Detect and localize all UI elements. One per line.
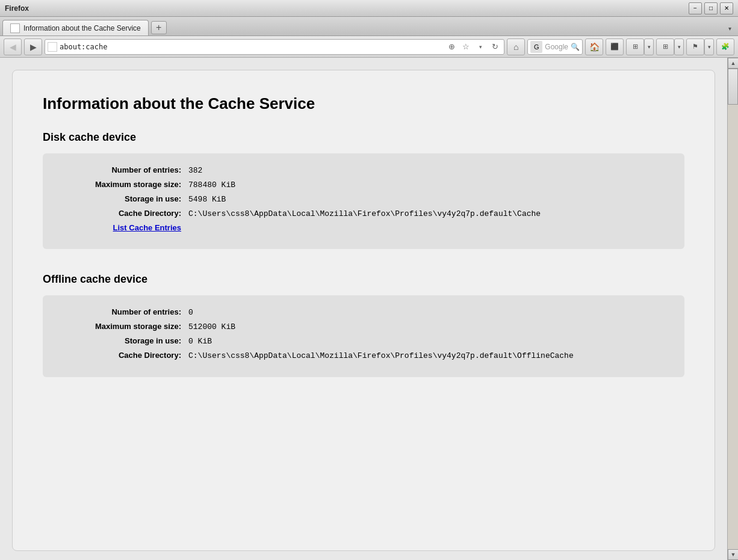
offline-cache-dir-row: Cache Directory: C:\Users\css8\AppData\L…	[61, 351, 666, 360]
tab-dropdown-icon[interactable]: ▾	[724, 22, 736, 34]
offline-max-storage-value: 512000 KiB	[188, 322, 235, 331]
scrollbar[interactable]: ▲ ▼	[727, 58, 738, 560]
toolbar-group-1: ⬛	[606, 38, 624, 55]
disk-max-storage-row: Maximum storage size: 788480 KiB	[61, 180, 666, 189]
mosaic-dropdown-icon[interactable]: ▾	[674, 38, 684, 55]
scrollbar-track[interactable]	[728, 69, 738, 549]
rss-icon[interactable]: ⊕	[445, 40, 458, 54]
home-button[interactable]: ⌂	[507, 38, 525, 55]
toolbar-right: 🏠 ⬛ ⊞ ▾ ⊞ ▾ ⚑ ▾ 🧩	[585, 38, 734, 55]
new-tab-button[interactable]: +	[151, 21, 167, 34]
page-content: Information about the Cache Service Disk…	[12, 70, 715, 551]
title-bar-controls: − □ ✕	[689, 2, 733, 14]
search-submit-icon[interactable]: 🔍	[571, 43, 580, 51]
close-button[interactable]: ✕	[720, 2, 733, 14]
offline-cache-section: Offline cache device Number of entries: …	[43, 273, 684, 377]
scroll-up-button[interactable]: ▲	[728, 58, 738, 69]
offline-storage-use-row: Storage in use: 0 KiB	[61, 336, 666, 346]
disk-storage-use-row: Storage in use: 5498 KiB	[61, 194, 666, 204]
address-bar-icons: ⊕ ☆ ▾ ↻	[445, 40, 501, 54]
tab-favicon	[10, 23, 20, 33]
disk-cache-dir-value: C:\Users\css8\AppData\Local\Mozilla\Fire…	[188, 209, 541, 218]
tab-label: Information about the Cache Service	[23, 24, 141, 32]
toolbar-group-3: ⊞ ▾	[656, 38, 684, 55]
disk-cache-section: Disk cache device Number of entries: 382…	[43, 131, 684, 249]
scrollbar-thumb[interactable]	[728, 69, 738, 105]
disk-list-link-row: List Cache Entries	[61, 223, 666, 232]
flag-dropdown-icon[interactable]: ▾	[704, 38, 714, 55]
address-input[interactable]	[60, 43, 442, 51]
address-bar[interactable]: ⊕ ☆ ▾ ↻	[45, 39, 504, 55]
bookmark-star-icon[interactable]: ☆	[459, 40, 473, 54]
disk-max-storage-value: 788480 KiB	[188, 180, 235, 189]
disk-cache-heading: Disk cache device	[43, 131, 684, 144]
disk-max-storage-label: Maximum storage size:	[61, 180, 181, 189]
screenshot-icon[interactable]: ⬛	[606, 38, 624, 55]
flag-icon[interactable]: ⚑	[686, 38, 704, 55]
tab-bar-right: ▾	[724, 22, 736, 34]
toolbar-group-4: ⚑ ▾	[686, 38, 714, 55]
title-bar: Firefox − □ ✕	[0, 0, 738, 17]
disk-entries-label: Number of entries:	[61, 165, 181, 174]
search-engine-icon[interactable]: G	[530, 41, 542, 53]
back-button[interactable]: ◀	[4, 38, 22, 55]
nav-bar: ◀ ▶ ⊕ ☆ ▾ ↻ ⌂ G Google 🔍 🏠 ⬛ ⊞ ▾ ⊞ ▾ ⚑ ▾	[0, 36, 738, 58]
offline-storage-use-value: 0 KiB	[188, 337, 212, 346]
browser-content: Information about the Cache Service Disk…	[0, 58, 738, 560]
disk-storage-use-value: 5498 KiB	[188, 195, 226, 204]
forward-button[interactable]: ▶	[24, 38, 42, 55]
search-bar[interactable]: G Google 🔍	[527, 39, 583, 55]
disk-storage-use-label: Storage in use:	[61, 194, 181, 203]
disk-entries-row: Number of entries: 382	[61, 165, 666, 175]
offline-cache-heading: Offline cache device	[43, 273, 684, 286]
page-icon	[48, 42, 57, 52]
addon-icon[interactable]: 🧩	[716, 38, 734, 55]
toolbar-group-2: ⊞ ▾	[626, 38, 654, 55]
title-bar-text: Firefox	[5, 4, 29, 13]
disk-cache-dir-row: Cache Directory: C:\Users\css8\AppData\L…	[61, 209, 666, 218]
select-icon[interactable]: ⊞	[626, 38, 644, 55]
maximize-button[interactable]: □	[704, 2, 718, 14]
disk-cache-info-box: Number of entries: 382 Maximum storage s…	[43, 153, 684, 249]
offline-cache-info-box: Number of entries: 0 Maximum storage siz…	[43, 295, 684, 377]
bookmark-dropdown-icon[interactable]: ▾	[474, 40, 487, 54]
offline-max-storage-label: Maximum storage size:	[61, 322, 181, 331]
home-icon[interactable]: 🏠	[585, 38, 603, 55]
refresh-icon[interactable]: ↻	[488, 40, 501, 54]
active-tab[interactable]: Information about the Cache Service	[2, 20, 149, 35]
tab-bar: Information about the Cache Service + ▾	[0, 17, 738, 36]
offline-storage-use-label: Storage in use:	[61, 336, 181, 345]
offline-entries-value: 0	[188, 308, 193, 317]
minimize-button[interactable]: −	[689, 2, 702, 14]
disk-cache-dir-label: Cache Directory:	[61, 209, 181, 218]
offline-cache-dir-label: Cache Directory:	[61, 351, 181, 360]
disk-entries-value: 382	[188, 166, 202, 175]
offline-entries-row: Number of entries: 0	[61, 307, 666, 317]
search-placeholder: Google	[545, 43, 568, 51]
page-title: Information about the Cache Service	[43, 94, 684, 113]
offline-cache-dir-value: C:\Users\css8\AppData\Local\Mozilla\Fire…	[188, 351, 574, 360]
offline-max-storage-row: Maximum storage size: 512000 KiB	[61, 322, 666, 331]
scroll-down-button[interactable]: ▼	[728, 549, 738, 560]
offline-entries-label: Number of entries:	[61, 307, 181, 316]
page-area: Information about the Cache Service Disk…	[0, 58, 727, 560]
select-dropdown-icon[interactable]: ▾	[644, 38, 654, 55]
list-cache-entries-link[interactable]: List Cache Entries	[61, 223, 181, 232]
mosaic-icon[interactable]: ⊞	[656, 38, 674, 55]
